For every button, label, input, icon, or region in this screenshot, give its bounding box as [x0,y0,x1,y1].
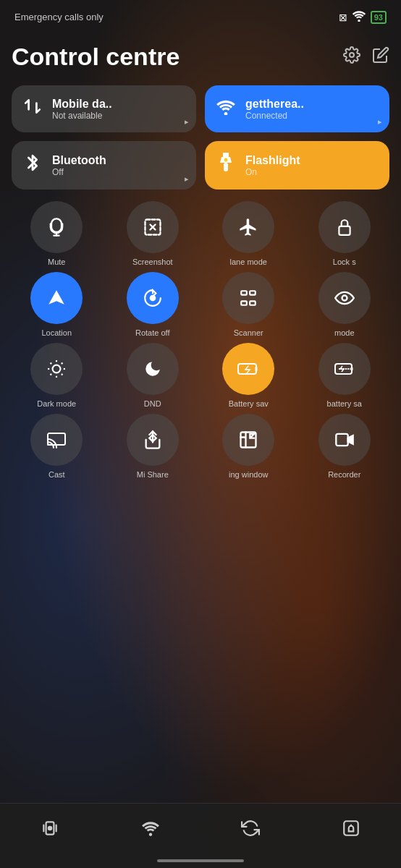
emergency-calls-label: Emergency calls only [14,12,104,22]
dark-mode-button[interactable] [30,343,83,395]
dark-mode-item[interactable]: Dark mode [12,343,102,408]
screenshot-label: Screenshot [132,258,173,266]
svg-rect-39 [344,821,358,835]
bluetooth-label: Bluetooth [52,154,106,167]
svg-marker-35 [347,435,353,444]
mi-share-item[interactable]: Mi Share [108,414,198,479]
airplane-button[interactable] [222,201,274,253]
airplane-item[interactable]: lane mode [203,201,294,266]
mobile-data-label: Mobile da.. [52,98,112,111]
circle-grid-4: Cast Mi Share in [12,414,389,479]
svg-rect-10 [339,226,350,235]
cast-item[interactable]: Cast [12,414,102,479]
svg-point-6 [224,158,228,162]
battery-icon: 93 [371,11,387,24]
svg-point-1 [350,53,354,57]
mobile-data-sublabel: Not available [52,111,112,121]
scanner-button[interactable] [222,272,274,324]
eye-mode-item[interactable]: mode [300,272,390,337]
status-icons: ⊠ 93 [339,10,387,24]
rotate-item[interactable]: Rotate off [108,272,198,337]
flashlight-tile[interactable]: Flashlight On [205,141,389,190]
bluetooth-text: Bluetooth Off [52,154,106,177]
large-tiles-row: Mobile da.. Not available ▸ gettherea.. … [12,85,389,132]
floating-window-button[interactable] [222,414,274,466]
recorder-button[interactable] [318,414,371,466]
svg-marker-11 [48,290,64,305]
circle-grid-1: Mute Screenshot lane mode [12,201,389,266]
battery-sav-label: Battery sav [229,399,269,408]
screenshot-button[interactable] [127,201,179,253]
bluetooth-sublabel: Off [52,167,106,177]
mobile-data-text: Mobile da.. Not available [52,98,112,121]
ultra-battery-button[interactable] [318,343,371,395]
svg-point-2 [224,112,228,115]
wifi-tile-icon [215,98,237,120]
mi-share-button[interactable] [127,414,179,466]
dnd-label: DND [144,399,161,408]
wifi-tile[interactable]: gettherea.. Connected ▸ [205,85,389,132]
screenshot-item[interactable]: Screenshot [108,201,198,266]
flashlight-text: Flashlight On [245,154,300,177]
location-item[interactable]: Location [12,272,102,337]
dnd-button[interactable] [127,343,179,395]
svg-line-26 [62,363,63,365]
close-icon: ⊠ [339,12,347,23]
svg-point-17 [342,296,347,301]
wifi-expand-icon: ▸ [378,117,382,127]
cast-label: Cast [48,470,65,479]
recorder-item[interactable]: Recorder [300,414,390,479]
mobile-data-tile[interactable]: Mobile da.. Not available ▸ [12,85,196,132]
wifi-nav-icon[interactable] [141,820,160,841]
svg-rect-14 [250,291,256,294]
mi-share-label: Mi Share [137,470,169,479]
eye-mode-button[interactable] [318,272,371,324]
ultra-battery-item[interactable]: battery sa [300,343,390,408]
flashlight-label: Flashlight [245,154,300,167]
svg-point-38 [149,833,152,835]
svg-point-37 [48,826,51,829]
eye-mode-label: mode [334,328,355,337]
mute-item[interactable]: Mute [12,201,102,266]
cast-button[interactable] [30,414,83,466]
scanner-item[interactable]: Scanner [203,272,294,337]
page-title: Control centre [12,43,180,71]
settings-button[interactable] [343,46,360,68]
svg-line-22 [62,374,63,375]
home-indicator [157,859,244,862]
location-label: Location [41,328,72,337]
floating-window-item[interactable]: ing window [203,414,294,479]
svg-rect-5 [224,163,228,171]
lock-item[interactable]: Lock s [300,201,390,266]
lock-label: Lock s [333,258,356,266]
vibrate-nav-icon[interactable] [41,819,59,842]
scanner-label: Scanner [234,328,263,337]
rotate-label: Rotate off [135,328,170,337]
svg-rect-13 [242,291,248,294]
bluetooth-expand-icon: ▸ [185,174,189,184]
wifi-status-icon [352,10,366,24]
nfc-nav-icon[interactable] [342,819,360,842]
sync-nav-icon[interactable] [241,819,260,842]
floating-window-label: ing window [229,470,268,479]
ultra-battery-label: battery sa [327,399,362,408]
battery-sav-button[interactable] [222,343,274,395]
medium-tiles-row: Bluetooth Off ▸ Flashlight On [12,141,389,190]
bluetooth-tile[interactable]: Bluetooth Off ▸ [12,141,196,190]
lock-button[interactable] [318,201,371,253]
rotate-button[interactable] [127,272,179,324]
flashlight-sublabel: On [245,167,300,177]
svg-point-12 [151,296,156,301]
flashlight-icon [215,153,237,178]
svg-point-0 [358,20,360,22]
edit-button[interactable] [372,46,389,68]
svg-line-25 [51,374,52,375]
wifi-label: gettherea.. [245,98,304,111]
dnd-item[interactable]: DND [108,343,198,408]
svg-rect-3 [223,153,229,157]
location-button[interactable] [30,272,83,324]
bottom-nav [0,803,401,868]
battery-sav-item[interactable]: Battery sav [203,343,294,408]
recorder-label: Recorder [328,470,360,479]
mute-button[interactable] [30,201,83,253]
